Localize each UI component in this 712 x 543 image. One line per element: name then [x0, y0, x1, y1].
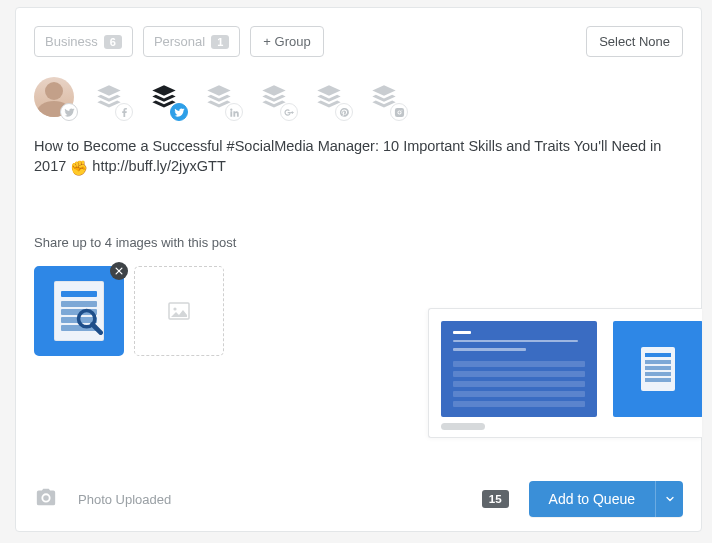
- strip-scrollbar[interactable]: [441, 423, 690, 431]
- pinterest-icon: [339, 107, 350, 118]
- group-business-count: 6: [104, 35, 122, 49]
- suggested-image-2[interactable]: [613, 321, 702, 417]
- facebook-icon: [119, 107, 130, 118]
- camera-icon: [34, 486, 58, 508]
- googleplus-icon: [284, 107, 295, 118]
- add-group-button[interactable]: + Group: [250, 26, 323, 57]
- twitter-icon: [64, 107, 75, 118]
- upload-status: Photo Uploaded: [78, 492, 171, 507]
- linkedin-badge: [225, 103, 243, 121]
- upload-media-button[interactable]: [34, 486, 58, 512]
- account-buffer-facebook[interactable]: [89, 77, 129, 117]
- accounts-row: [34, 77, 683, 117]
- composer-panel: Business 6 Personal 1 + Group Select Non…: [15, 7, 702, 532]
- group-business-label: Business: [45, 34, 98, 49]
- remove-image-button[interactable]: [110, 262, 128, 280]
- group-business[interactable]: Business 6: [34, 26, 133, 57]
- add-to-queue-dropdown[interactable]: [655, 481, 683, 517]
- googleplus-badge: [280, 103, 298, 121]
- svg-point-3: [173, 307, 176, 310]
- footer-row: Photo Uploaded 15 Add to Queue: [34, 481, 683, 517]
- twitter-badge: [60, 103, 78, 121]
- chevron-down-icon: [664, 493, 676, 505]
- svg-line-1: [93, 325, 101, 333]
- account-buffer-pinterest[interactable]: [309, 77, 349, 117]
- add-image-placeholder[interactable]: [134, 266, 224, 356]
- pinterest-badge: [335, 103, 353, 121]
- group-personal-count: 1: [211, 35, 229, 49]
- instagram-icon: [394, 107, 405, 118]
- account-buffer-instagram[interactable]: [364, 77, 404, 117]
- account-buffer-twitter-active[interactable]: [144, 77, 184, 117]
- twitter-badge: [170, 103, 188, 121]
- compose-text-area[interactable]: How to Become a Successful #SocialMedia …: [34, 137, 683, 227]
- facebook-badge: [115, 103, 133, 121]
- fist-emoji: ✊: [70, 159, 88, 179]
- groups-row: Business 6 Personal 1 + Group Select Non…: [34, 26, 683, 57]
- account-buffer-googleplus[interactable]: [254, 77, 294, 117]
- account-buffer-linkedin[interactable]: [199, 77, 239, 117]
- select-none-button[interactable]: Select None: [586, 26, 683, 57]
- share-hint: Share up to 4 images with this post: [34, 235, 683, 250]
- selected-image-thumb[interactable]: [34, 266, 124, 356]
- instagram-badge: [390, 103, 408, 121]
- close-icon: [114, 266, 124, 276]
- image-placeholder-icon: [165, 299, 193, 323]
- twitter-icon: [174, 107, 185, 118]
- group-personal-label: Personal: [154, 34, 205, 49]
- add-to-queue-group: Add to Queue: [529, 481, 683, 517]
- character-count-badge: 15: [482, 490, 509, 508]
- group-personal[interactable]: Personal 1: [143, 26, 240, 57]
- suggested-image-1[interactable]: [441, 321, 597, 417]
- add-to-queue-button[interactable]: Add to Queue: [529, 481, 655, 517]
- magnifier-icon: [75, 307, 103, 335]
- compose-text-after: http://buff.ly/2jyxGTT: [88, 158, 226, 174]
- account-avatar-twitter[interactable]: [34, 77, 74, 117]
- suggested-images-strip: [428, 308, 702, 438]
- linkedin-icon: [229, 107, 240, 118]
